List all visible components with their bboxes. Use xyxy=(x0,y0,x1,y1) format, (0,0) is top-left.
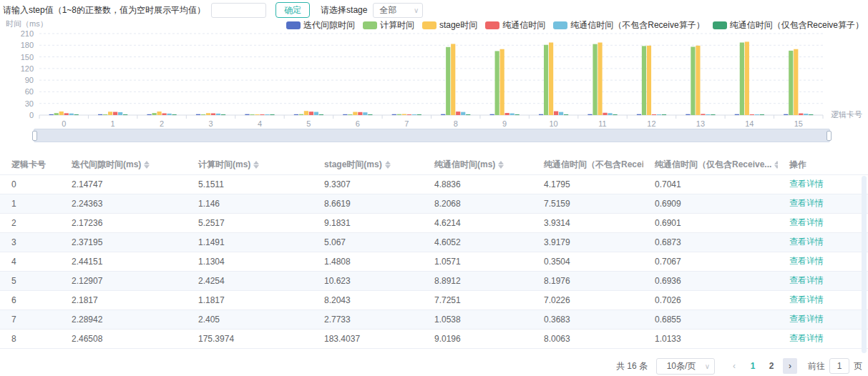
table-cell: 1.4808 xyxy=(313,252,423,271)
chart-bar xyxy=(549,42,553,115)
profiling-page: 请输入step值（1~8的正整数，值为空时展示平均值） 确定 请选择stage … xyxy=(0,0,868,376)
chart-bar xyxy=(608,113,612,115)
chart-bar xyxy=(64,113,69,115)
chart-bar xyxy=(760,114,764,115)
step-input-label: 请输入step值（1~8的正整数，值为空时展示平均值） xyxy=(3,4,205,16)
chart-bar xyxy=(598,42,602,115)
table-scrollbar[interactable] xyxy=(862,176,867,353)
x-tick-label: 12 xyxy=(647,119,655,128)
datazoom-slider[interactable] xyxy=(34,129,830,142)
step-input[interactable] xyxy=(211,3,266,18)
column-header-label: 迭代间隙时间(ms) xyxy=(72,159,141,171)
table-cell: 2.17236 xyxy=(60,213,187,232)
chart-bar xyxy=(490,114,494,115)
view-details-link[interactable]: 查看详情 xyxy=(789,275,824,285)
page-number-2[interactable]: 2 xyxy=(764,358,779,374)
chart-bar xyxy=(118,112,122,115)
column-header-5[interactable]: 纯通信时间（不包含Receive... xyxy=(532,156,643,174)
column-header-label: stage时间(ms) xyxy=(324,159,382,171)
table-cell: 10.623 xyxy=(313,271,423,290)
table-cell-action: 查看详情 xyxy=(778,329,868,348)
chart-bar xyxy=(446,47,450,115)
table-cell: 175.3974 xyxy=(187,329,313,348)
chart-bar xyxy=(358,112,362,115)
table-cell: 2.28942 xyxy=(60,310,187,329)
column-header-label: 纯通信时间（仅包含Receive... xyxy=(655,159,771,171)
chevron-down-icon: ∨ xyxy=(705,362,710,370)
x-tick-label: 3 xyxy=(208,119,213,128)
x-tick-label: 15 xyxy=(794,119,803,128)
chart-bar xyxy=(662,114,666,115)
x-tick-label: 7 xyxy=(404,119,409,128)
view-details-link[interactable]: 查看详情 xyxy=(789,314,824,324)
x-tick-label: 5 xyxy=(306,119,311,128)
x-tick-label: 8 xyxy=(454,119,458,128)
chart-bar xyxy=(495,51,499,115)
sort-icon[interactable] xyxy=(144,161,150,169)
table-cell: 1.0571 xyxy=(423,252,532,271)
column-header-3[interactable]: stage时间(ms) xyxy=(313,156,423,174)
sort-icon[interactable] xyxy=(253,161,259,169)
goto-label: 前往 xyxy=(808,360,825,372)
table-cell: 2.1817 xyxy=(60,290,187,310)
chart-bar xyxy=(412,114,416,115)
next-page-button[interactable]: › xyxy=(783,358,797,374)
view-details-link[interactable]: 查看详情 xyxy=(789,256,824,266)
chart-bar xyxy=(593,44,597,115)
datazoom-left-handle[interactable] xyxy=(32,131,37,141)
table-row: 02.147475.15119.33074.88364.17950.7041查看… xyxy=(0,174,868,194)
view-details-link[interactable]: 查看详情 xyxy=(789,179,824,189)
table-cell: 2.44151 xyxy=(60,252,187,271)
confirm-button[interactable]: 确定 xyxy=(275,2,310,18)
chevron-down-icon: ∨ xyxy=(414,6,419,14)
chart-bar xyxy=(103,114,107,115)
chart-bar xyxy=(510,114,515,115)
goto-page-input[interactable] xyxy=(829,358,849,374)
prev-page-button[interactable]: ‹ xyxy=(727,358,741,374)
chart-bar xyxy=(265,114,269,115)
view-details-link[interactable]: 查看详情 xyxy=(789,198,824,208)
datazoom-right-handle[interactable] xyxy=(826,131,832,141)
table-row: 12.243631.1468.66198.20687.51590.6909查看详… xyxy=(0,194,868,213)
chart-bar xyxy=(113,112,117,115)
chart-bar xyxy=(221,114,225,115)
timing-chart: 时间（ms） 迭代间隙时间计算时间stage时间纯通信时间纯通信时间（不包含Re… xyxy=(0,17,868,147)
chart-bar xyxy=(696,46,700,115)
stage-select[interactable]: 全部 ∨ xyxy=(373,3,423,18)
x-tick-label: 1 xyxy=(111,119,115,128)
table-cell: 8.8912 xyxy=(423,271,532,290)
column-header-2[interactable]: 计算时间(ms) xyxy=(187,156,313,174)
chart-bar xyxy=(397,114,401,115)
chart-bar xyxy=(456,112,460,115)
chart-bar xyxy=(794,49,798,115)
chart-bar xyxy=(255,114,259,115)
view-details-link[interactable]: 查看详情 xyxy=(789,295,824,305)
chart-bar xyxy=(211,114,215,115)
chart-bar xyxy=(152,113,156,115)
table-cell: 6 xyxy=(0,290,60,310)
table-row: 32.371951.14915.0674.60523.91790.6873查看详… xyxy=(0,232,868,252)
sort-icon[interactable] xyxy=(498,161,504,169)
table-cell: 4 xyxy=(0,252,60,271)
view-details-link[interactable]: 查看详情 xyxy=(789,217,824,227)
chart-bar xyxy=(706,114,710,115)
column-header-label: 计算时间(ms) xyxy=(198,159,250,171)
page-number-1[interactable]: 1 xyxy=(746,358,760,374)
table-cell-action: 查看详情 xyxy=(778,213,868,232)
svg-text:120: 120 xyxy=(21,64,34,73)
sort-icon[interactable] xyxy=(774,161,778,169)
page-size-select[interactable]: 10条/页 ∨ xyxy=(656,358,715,375)
column-header-1[interactable]: 迭代间隙时间(ms) xyxy=(60,156,187,174)
view-details-link[interactable]: 查看详情 xyxy=(789,333,824,343)
column-header-4[interactable]: 纯通信时间(ms) xyxy=(423,156,532,174)
column-header-6[interactable]: 纯通信时间（仅包含Receive... xyxy=(643,156,778,174)
sort-icon[interactable] xyxy=(385,161,391,169)
chart-bar xyxy=(250,114,254,115)
table-cell: 2 xyxy=(0,213,60,232)
chart-bar xyxy=(701,114,705,115)
column-header-label: 纯通信时间(ms) xyxy=(434,159,495,171)
view-details-link[interactable]: 查看详情 xyxy=(789,237,824,247)
table-cell: 2.405 xyxy=(187,310,313,329)
table-cell: 0 xyxy=(0,174,60,194)
table-cell: 5.1511 xyxy=(187,174,313,194)
